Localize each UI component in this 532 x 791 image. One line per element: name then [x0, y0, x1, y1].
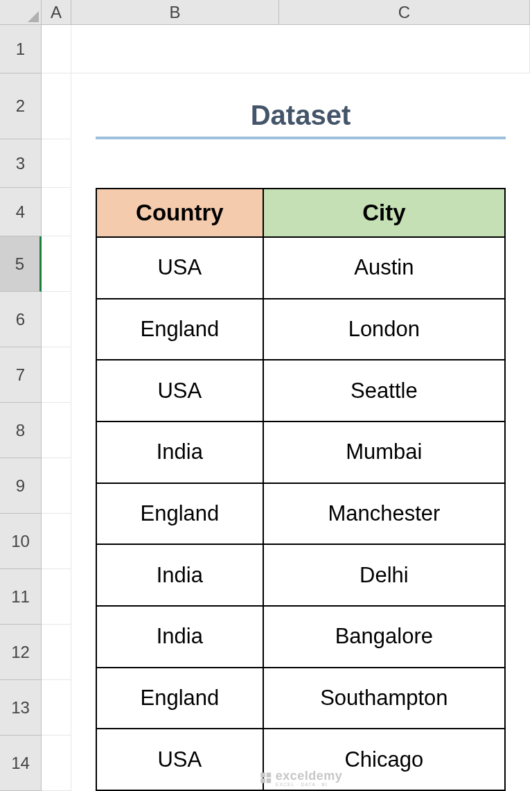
watermark-brand: exceldemy [276, 769, 343, 783]
table-row: EnglandLondon [96, 299, 505, 360]
select-all-corner[interactable] [0, 0, 42, 25]
row-header-11[interactable]: 11 [0, 569, 42, 625]
cell-city[interactable]: London [263, 299, 505, 360]
spreadsheet-grid: A B C 1 2 Dataset 3 4 Country City USAAu… [0, 0, 532, 791]
cell-A10[interactable] [42, 514, 71, 569]
watermark: exceldemy EXCEL · DATA · BI [259, 769, 343, 787]
cell-A1[interactable] [42, 25, 71, 73]
column-header-C[interactable]: C [279, 0, 530, 25]
cell-country[interactable]: India [96, 421, 263, 483]
row-header-13[interactable]: 13 [0, 680, 42, 736]
cell-city[interactable]: Southampton [263, 668, 505, 729]
table-row: USAAustin [96, 237, 505, 299]
table-row: USASeattle [96, 360, 505, 421]
data-table-container: Country City USAAustin EnglandLondon USA… [71, 188, 530, 791]
row-header-12[interactable]: 12 [0, 625, 42, 680]
cell-A11[interactable] [42, 569, 71, 625]
cell-A5[interactable] [42, 236, 71, 292]
row-header-8[interactable]: 8 [0, 403, 42, 458]
row-header-2[interactable]: 2 [0, 73, 42, 139]
row-header-9[interactable]: 9 [0, 458, 42, 514]
table-row: EnglandManchester [96, 483, 505, 545]
cell-A12[interactable] [42, 625, 71, 680]
table-header-row: Country City [96, 189, 505, 237]
cell-A14[interactable] [42, 736, 71, 791]
row-header-4[interactable]: 4 [0, 188, 42, 236]
cell-A13[interactable] [42, 680, 71, 736]
cell-city[interactable]: Austin [263, 237, 505, 299]
data-table: Country City USAAustin EnglandLondon USA… [96, 188, 506, 791]
row-header-6[interactable]: 6 [0, 292, 42, 347]
row-header-14[interactable]: 14 [0, 736, 42, 791]
row-header-10[interactable]: 10 [0, 514, 42, 569]
table-row: EnglandSouthampton [96, 668, 505, 729]
cell-A4[interactable] [42, 188, 71, 236]
column-header-A[interactable]: A [42, 0, 71, 25]
cell-A3[interactable] [42, 139, 71, 188]
cell-city[interactable]: Seattle [263, 360, 505, 421]
cell-country[interactable]: USA [96, 729, 263, 790]
cell-country[interactable]: England [96, 668, 263, 729]
cell-city[interactable]: Manchester [263, 483, 505, 545]
cell-city[interactable]: Bangalore [263, 606, 505, 668]
cell-A6[interactable] [42, 292, 71, 347]
row-header-3[interactable]: 3 [0, 139, 42, 188]
select-all-triangle-icon [28, 11, 39, 22]
watermark-logo-icon [259, 771, 273, 785]
cell-country[interactable]: USA [96, 360, 263, 421]
row-header-1[interactable]: 1 [0, 25, 42, 73]
cell-country[interactable]: USA [96, 237, 263, 299]
table-row: IndiaDelhi [96, 544, 505, 606]
svg-marker-0 [28, 11, 39, 22]
header-country[interactable]: Country [96, 189, 263, 237]
cell-A9[interactable] [42, 458, 71, 514]
header-city[interactable]: City [263, 189, 505, 237]
cell-A8[interactable] [42, 403, 71, 458]
column-header-B[interactable]: B [71, 0, 279, 25]
row-header-5[interactable]: 5 [0, 236, 42, 292]
cell-country[interactable]: India [96, 606, 263, 668]
cell-A7[interactable] [42, 347, 71, 403]
cell-country[interactable]: England [96, 299, 263, 360]
cell-A2[interactable] [42, 73, 71, 139]
cell-B1-C1[interactable] [71, 25, 530, 73]
cell-city[interactable]: Delhi [263, 544, 505, 606]
cell-city[interactable]: Mumbai [263, 421, 505, 483]
table-row: IndiaBangalore [96, 606, 505, 668]
cell-B3-C3[interactable] [71, 139, 530, 188]
table-row: IndiaMumbai [96, 421, 505, 483]
cell-country[interactable]: England [96, 483, 263, 545]
dataset-title: Dataset [96, 73, 506, 139]
row-header-7[interactable]: 7 [0, 347, 42, 403]
cell-country[interactable]: India [96, 544, 263, 606]
